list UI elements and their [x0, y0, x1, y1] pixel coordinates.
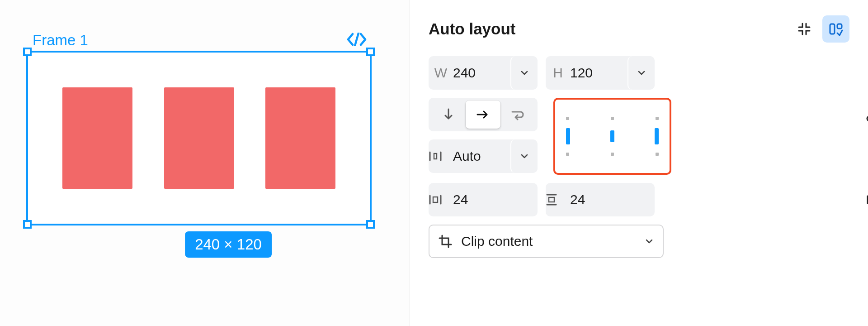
selected-frame[interactable]	[26, 51, 372, 225]
align-top-left[interactable]	[566, 117, 569, 120]
panel-title: Auto layout	[429, 20, 515, 38]
vertical-padding-icon	[546, 193, 570, 206]
vertical-padding-value[interactable]: 24	[570, 192, 655, 207]
svg-rect-2	[434, 153, 437, 159]
align-bottom-right[interactable]	[656, 153, 659, 156]
advanced-layout-settings-icon[interactable]	[859, 109, 868, 124]
height-prefix: H	[546, 65, 570, 81]
auto-layout-panel: Auto layout W 240 H 120	[410, 0, 868, 326]
dev-mode-icon[interactable]	[347, 33, 367, 46]
frame-label[interactable]: Frame 1	[33, 32, 88, 49]
svg-rect-0	[830, 24, 835, 34]
height-field[interactable]: H 120	[546, 56, 655, 90]
gap-icon	[429, 150, 453, 162]
gap-value[interactable]: Auto	[453, 149, 516, 164]
gap-field[interactable]: Auto	[429, 139, 538, 173]
rect-shape[interactable]	[164, 87, 234, 189]
align-mid-left[interactable]	[566, 128, 570, 144]
width-resize-dropdown[interactable]	[510, 56, 538, 90]
clip-content-label: Clip content	[461, 234, 636, 249]
direction-wrap-button[interactable]	[500, 101, 535, 129]
align-mid-center[interactable]	[610, 130, 614, 142]
chevron-down-icon[interactable]	[645, 237, 654, 246]
align-bottom-left[interactable]	[566, 153, 569, 156]
align-bottom-center[interactable]	[611, 153, 614, 156]
width-prefix: W	[429, 65, 453, 81]
auto-layout-mode-icon[interactable]	[822, 15, 849, 43]
height-value[interactable]: 120	[570, 65, 633, 81]
horizontal-padding-icon	[429, 194, 453, 205]
individual-padding-icon[interactable]	[859, 192, 868, 207]
align-top-center[interactable]	[611, 117, 614, 120]
height-resize-dropdown[interactable]	[627, 56, 655, 90]
gap-dropdown[interactable]	[510, 139, 538, 173]
direction-horizontal-button[interactable]	[466, 101, 500, 129]
horizontal-padding-field[interactable]: 24	[429, 183, 538, 216]
align-mid-right[interactable]	[655, 128, 659, 144]
direction-group	[429, 98, 538, 131]
clip-content-field[interactable]: Clip content	[429, 225, 664, 258]
collapse-icon[interactable]	[791, 15, 818, 43]
frame-children	[28, 53, 370, 224]
dimensions-badge: 240 × 120	[185, 231, 272, 258]
rect-shape[interactable]	[62, 87, 132, 189]
direction-vertical-button[interactable]	[431, 101, 466, 129]
align-top-right[interactable]	[656, 117, 659, 120]
canvas-area[interactable]: Frame 1 240 × 120	[0, 0, 410, 326]
width-field[interactable]: W 240	[429, 56, 538, 90]
svg-rect-1	[837, 24, 842, 29]
svg-rect-7	[433, 197, 438, 202]
alignment-grid[interactable]	[553, 98, 671, 175]
width-value[interactable]: 240	[453, 65, 516, 81]
vertical-padding-field[interactable]: 24	[546, 183, 655, 216]
svg-rect-8	[549, 197, 554, 202]
rect-shape[interactable]	[265, 87, 335, 189]
clip-icon	[439, 235, 452, 248]
horizontal-padding-value[interactable]: 24	[453, 192, 538, 207]
